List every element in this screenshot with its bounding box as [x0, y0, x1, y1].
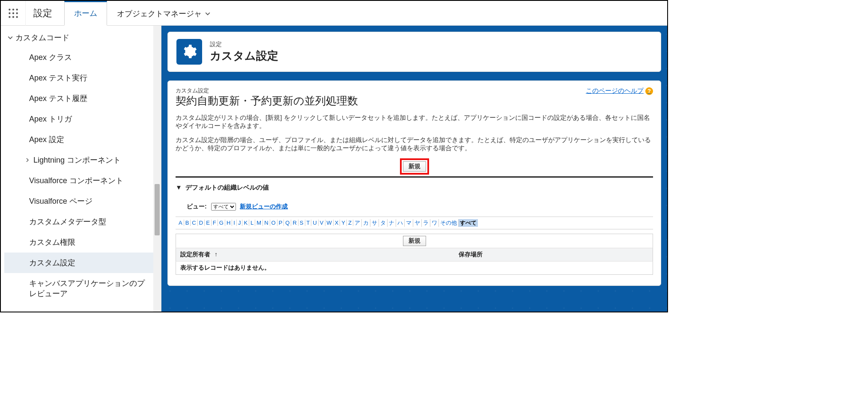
- page-header-title: カスタム設定: [210, 48, 278, 63]
- description-1: カスタム設定がリストの場合、[新規] をクリックして新しいデータセットを追加しま…: [176, 114, 653, 130]
- alphabet-letter[interactable]: その他: [439, 219, 459, 227]
- new-button[interactable]: 新規: [403, 161, 426, 172]
- alphabet-letter[interactable]: W: [325, 220, 334, 226]
- alphabet-letter[interactable]: F: [212, 220, 218, 226]
- view-row: ビュー: すべて 新規ビューの作成: [176, 199, 653, 214]
- sort-ascending-icon: ↑: [215, 251, 218, 258]
- help-icon: ?: [645, 87, 653, 95]
- scrollbar-thumb[interactable]: [155, 184, 160, 235]
- alphabet-letter[interactable]: カ: [362, 219, 370, 227]
- sidebar-item-custom-permissions[interactable]: カスタム権限: [4, 232, 153, 253]
- sidebar-item-custom-metadata[interactable]: カスタムメタデータ型: [4, 211, 153, 232]
- alphabet-letter[interactable]: ラ: [422, 219, 430, 227]
- alphabet-letter[interactable]: V: [319, 220, 325, 226]
- alphabet-letter[interactable]: X: [334, 220, 340, 226]
- alphabet-letter[interactable]: O: [270, 220, 277, 226]
- alphabet-letter[interactable]: M: [255, 220, 263, 226]
- help-link-label: このページのヘルプ: [586, 87, 644, 95]
- svg-point-4: [12, 12, 14, 14]
- content-area: 設定 カスタム設定 このページのヘルプ ? カスタム設定 契約自動更新・予約更新…: [161, 26, 667, 312]
- alphabet-letter[interactable]: すべて: [459, 219, 478, 227]
- svg-point-3: [9, 12, 10, 14]
- alphabet-letter[interactable]: A: [177, 220, 184, 226]
- description-2: カスタム設定が階層の場合、ユーザ、プロファイル、または組織レベルに対してデータを…: [176, 136, 653, 152]
- sidebar-group-custom-code[interactable]: カスタムコード: [1, 28, 153, 47]
- alphabet-filter: ABCDEFGHIJKLMNOPQRSTUVWXYZアカサタナハマヤラワその他す…: [176, 217, 653, 229]
- alphabet-letter[interactable]: L: [249, 220, 255, 226]
- alphabet-letter[interactable]: タ: [379, 219, 388, 227]
- alphabet-letter[interactable]: C: [191, 220, 197, 226]
- sidebar-group-label: カスタムコード: [15, 33, 69, 43]
- alphabet-letter[interactable]: Z: [347, 220, 353, 226]
- sidebar: カスタムコード Apex クラスApex テスト実行Apex テスト履歴Apex…: [1, 26, 161, 312]
- alphabet-letter[interactable]: U: [311, 220, 318, 226]
- page-header-eyebrow: 設定: [210, 41, 278, 48]
- sidebar-item-apex-test-history[interactable]: Apex テスト履歴: [4, 88, 153, 109]
- alphabet-letter[interactable]: Y: [340, 220, 347, 226]
- col-location[interactable]: 保存場所: [454, 248, 653, 261]
- svg-point-2: [16, 9, 18, 10]
- tab-object-manager[interactable]: オブジェクトマネージャ: [107, 1, 220, 26]
- help-link[interactable]: このページのヘルプ ?: [586, 87, 653, 95]
- alphabet-letter[interactable]: マ: [405, 219, 413, 227]
- sidebar-item-lightning-components[interactable]: Lightning コンポーネント: [4, 150, 153, 170]
- alphabet-letter[interactable]: G: [218, 220, 225, 226]
- empty-message: 表示するレコードはありません。: [176, 261, 653, 275]
- col-location-label: 保存場所: [459, 251, 483, 258]
- sidebar-item-custom-settings[interactable]: カスタム設定: [4, 253, 153, 273]
- alphabet-letter[interactable]: ヤ: [413, 219, 422, 227]
- alphabet-letter[interactable]: T: [305, 220, 312, 226]
- button-row: 新規: [176, 158, 653, 178]
- alphabet-letter[interactable]: P: [277, 220, 284, 226]
- tab-label: オブジェクトマネージャ: [117, 9, 202, 19]
- alphabet-letter[interactable]: ナ: [388, 219, 396, 227]
- table-new-button[interactable]: 新規: [403, 236, 426, 246]
- gear-icon: [176, 39, 202, 65]
- alphabet-letter[interactable]: J: [237, 220, 243, 226]
- data-table: 新規 設定所有者 ↑ 保存場所 表示するレコードはありません。: [176, 234, 653, 275]
- chevron-right-icon: [24, 158, 31, 162]
- sidebar-item-apex-trigger[interactable]: Apex トリガ: [4, 109, 153, 129]
- section-title: 契約自動更新・予約更新の並列処理数: [176, 94, 653, 108]
- alphabet-letter[interactable]: ア: [353, 219, 362, 227]
- alphabet-letter[interactable]: S: [298, 220, 305, 226]
- alphabet-letter[interactable]: サ: [370, 219, 379, 227]
- body-card: このページのヘルプ ? カスタム設定 契約自動更新・予約更新の並列処理数 カスタ…: [167, 80, 661, 286]
- svg-point-1: [12, 9, 14, 10]
- sidebar-scrollbar[interactable]: [153, 26, 161, 312]
- sidebar-item-apex-settings[interactable]: Apex 設定: [4, 129, 153, 150]
- sidebar-item-apex-test-run[interactable]: Apex テスト実行: [4, 68, 153, 88]
- alphabet-letter[interactable]: Q: [284, 220, 291, 226]
- alphabet-letter[interactable]: ハ: [396, 219, 405, 227]
- app-name: 設定: [26, 7, 64, 20]
- alphabet-letter[interactable]: ワ: [430, 219, 439, 227]
- sidebar-item-label: Lightning コンポーネント: [33, 155, 121, 165]
- col-owner-label: 設定所有者: [180, 251, 210, 258]
- sidebar-item-vf-pages[interactable]: Visualforce ページ: [4, 191, 153, 211]
- new-button-highlight: 新規: [400, 158, 429, 175]
- topbar: 設定 ホームオブジェクトマネージャ: [1, 1, 667, 26]
- col-owner[interactable]: 設定所有者 ↑: [176, 248, 455, 261]
- app-launcher-icon[interactable]: [1, 1, 26, 26]
- alphabet-letter[interactable]: H: [225, 220, 232, 226]
- create-view-link[interactable]: 新規ビューの作成: [240, 203, 288, 210]
- sidebar-item-vf-components[interactable]: Visualforce コンポーネント: [4, 170, 153, 191]
- svg-point-8: [16, 16, 18, 18]
- collapser-label: デフォルトの組織レベルの値: [185, 184, 269, 191]
- alphabet-letter[interactable]: D: [198, 220, 205, 226]
- triangle-down-icon: ▼: [176, 184, 182, 191]
- sidebar-item-canvas-previewer[interactable]: キャンバスアプリケーションのプレビューア: [4, 273, 153, 304]
- sidebar-item-apex-class[interactable]: Apex クラス: [4, 47, 153, 68]
- view-label: ビュー:: [187, 203, 207, 210]
- alphabet-letter[interactable]: K: [242, 220, 249, 226]
- alphabet-letter[interactable]: I: [232, 220, 237, 226]
- tab-home[interactable]: ホーム: [64, 1, 107, 26]
- alphabet-letter[interactable]: N: [263, 220, 270, 226]
- chevron-down-icon: [205, 11, 210, 16]
- svg-point-5: [16, 12, 18, 14]
- alphabet-letter[interactable]: B: [184, 220, 191, 226]
- alphabet-letter[interactable]: R: [291, 220, 298, 226]
- alphabet-letter[interactable]: E: [205, 220, 212, 226]
- default-org-level-section[interactable]: ▼ デフォルトの組織レベルの値: [176, 180, 653, 199]
- view-select[interactable]: すべて: [211, 203, 236, 211]
